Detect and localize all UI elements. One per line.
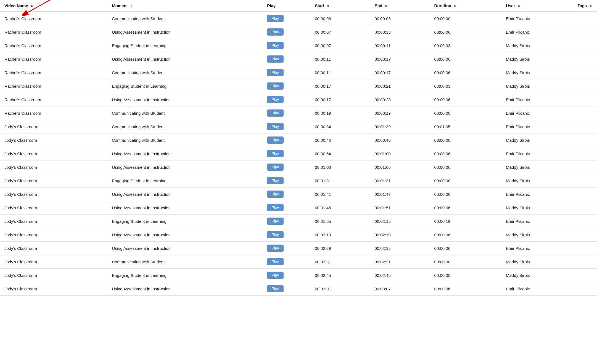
play-button[interactable]: Play — [267, 164, 283, 171]
cell-start: 00:01:45 — [310, 201, 370, 215]
col-header-duration[interactable]: Duration ⇕ — [430, 0, 501, 12]
play-button[interactable]: Play — [267, 204, 283, 211]
cell-tags — [573, 242, 597, 255]
cell-user: Maddy Sirois — [501, 79, 573, 93]
cell-user: Maddy Sirois — [501, 174, 573, 188]
cell-start: 00:00:19 — [310, 106, 370, 120]
play-button[interactable]: Play — [267, 82, 283, 90]
cell-user: Emir Plicanic — [501, 188, 573, 201]
cell-start: 00:00:46 — [310, 133, 370, 147]
cell-user: Emir Plicanic — [501, 147, 573, 160]
cell-user: Emir Plicanic — [501, 25, 573, 39]
cell-end: 00:00:17 — [370, 52, 430, 66]
col-header-video-name[interactable]: Video Name ⇕ — [0, 0, 107, 12]
play-button[interactable]: Play — [267, 136, 283, 144]
sort-icon-duration: ⇕ — [453, 4, 456, 8]
cell-moment: Communicating with Student — [107, 66, 263, 79]
cell-moment: Engaging Student in Learning — [107, 174, 263, 188]
cell-start: 00:01:55 — [310, 215, 370, 228]
moments-table: Video Name ⇕ Moment ⇕ Play Start ⇕ — [0, 0, 597, 296]
play-button[interactable]: Play — [267, 285, 283, 292]
cell-play: Play — [263, 66, 310, 79]
cell-video-name: Jody's Classroom — [0, 174, 107, 188]
cell-end: 00:00:11 — [370, 39, 430, 52]
cell-video-name: Jody's Classroom — [0, 147, 107, 160]
cell-video-name: Jody's Classroom — [0, 242, 107, 255]
play-button[interactable]: Play — [267, 55, 283, 63]
cell-tags — [573, 120, 597, 133]
table-row: Rachel's ClassroomUsing Assessment in In… — [0, 93, 597, 106]
cell-video-name: Jody's Classroom — [0, 282, 107, 296]
col-header-end[interactable]: End ⇕ — [370, 0, 430, 12]
cell-tags — [573, 52, 597, 66]
cell-video-name: Rachel's Classroom — [0, 79, 107, 93]
play-button[interactable]: Play — [267, 28, 283, 36]
cell-video-name: Jody's Classroom — [0, 120, 107, 133]
play-button[interactable]: Play — [267, 42, 283, 49]
cell-tags — [573, 79, 597, 93]
cell-play: Play — [263, 188, 310, 201]
play-button[interactable]: Play — [267, 191, 283, 198]
play-button[interactable]: Play — [267, 177, 283, 184]
col-header-moment[interactable]: Moment ⇕ — [107, 0, 263, 12]
play-button[interactable]: Play — [267, 272, 283, 279]
play-button[interactable]: Play — [267, 123, 283, 130]
cell-tags — [573, 133, 597, 147]
cell-start: 00:00:11 — [310, 52, 370, 66]
cell-end: 00:02:15 — [370, 215, 430, 228]
cell-duration: 00:01:05 — [430, 120, 501, 133]
cell-video-name: Jody's Classroom — [0, 160, 107, 174]
cell-play: Play — [263, 215, 310, 228]
table-row: Jody's ClassroomCommunicating with Stude… — [0, 133, 597, 147]
col-header-user[interactable]: User ⇕ — [501, 0, 573, 12]
play-button[interactable]: Play — [267, 69, 283, 76]
cell-play: Play — [263, 39, 310, 52]
play-button[interactable]: Play — [267, 15, 283, 22]
cell-end: 00:00:46 — [370, 133, 430, 147]
cell-video-name: Jody's Classroom — [0, 133, 107, 147]
cell-moment: Using Assessment in Instruction — [107, 228, 263, 242]
cell-end: 00:02:45 — [370, 269, 430, 282]
table-row: Jody's ClassroomUsing Assessment in Inst… — [0, 201, 597, 215]
cell-duration: 00:00:00 — [430, 269, 501, 282]
cell-video-name: Rachel's Classroom — [0, 39, 107, 52]
cell-moment: Using Assessment in Instruction — [107, 147, 263, 160]
cell-end: 00:00:23 — [370, 93, 430, 106]
cell-user: Emir Plicanic — [501, 93, 573, 106]
cell-duration: 00:00:00 — [430, 106, 501, 120]
cell-video-name: Rachel's Classroom — [0, 52, 107, 66]
sort-icon-end: ⇕ — [385, 4, 387, 8]
cell-play: Play — [263, 201, 310, 215]
play-button[interactable]: Play — [267, 96, 283, 103]
play-button[interactable]: Play — [267, 231, 283, 238]
cell-play: Play — [263, 133, 310, 147]
play-button[interactable]: Play — [267, 245, 283, 252]
col-header-tags[interactable]: Tags ⇕ — [573, 0, 597, 12]
cell-user: Maddy Sirois — [501, 133, 573, 147]
play-button[interactable]: Play — [267, 109, 283, 117]
play-button[interactable]: Play — [267, 258, 283, 265]
cell-video-name: Jody's Classroom — [0, 188, 107, 201]
cell-end: 00:01:51 — [370, 201, 430, 215]
cell-moment: Engaging Student in Learning — [107, 79, 263, 93]
cell-end: 00:01:06 — [370, 160, 430, 174]
play-button[interactable]: Play — [267, 218, 283, 225]
cell-moment: Engaging Student in Learning — [107, 269, 263, 282]
cell-end: 00:03:07 — [370, 282, 430, 296]
play-button[interactable]: Play — [267, 150, 283, 157]
cell-user: Maddy Sirois — [501, 228, 573, 242]
cell-tags — [573, 269, 597, 282]
table-row: Jody's ClassroomUsing Assessment in Inst… — [0, 160, 597, 174]
cell-end: 00:02:31 — [370, 255, 430, 269]
cell-video-name: Rachel's Classroom — [0, 25, 107, 39]
cell-moment: Using Assessment in Instruction — [107, 201, 263, 215]
cell-start: 00:00:17 — [310, 79, 370, 93]
cell-moment: Communicating with Student — [107, 120, 263, 133]
cell-tags — [573, 25, 597, 39]
sort-icon-user: ⇕ — [517, 4, 520, 8]
col-header-start[interactable]: Start ⇕ — [310, 0, 370, 12]
table-row: Rachel's ClassroomCommunicating with Stu… — [0, 12, 597, 25]
cell-tags — [573, 255, 597, 269]
cell-duration: 00:00:06 — [430, 66, 501, 79]
cell-user: Maddy Sirois — [501, 66, 573, 79]
